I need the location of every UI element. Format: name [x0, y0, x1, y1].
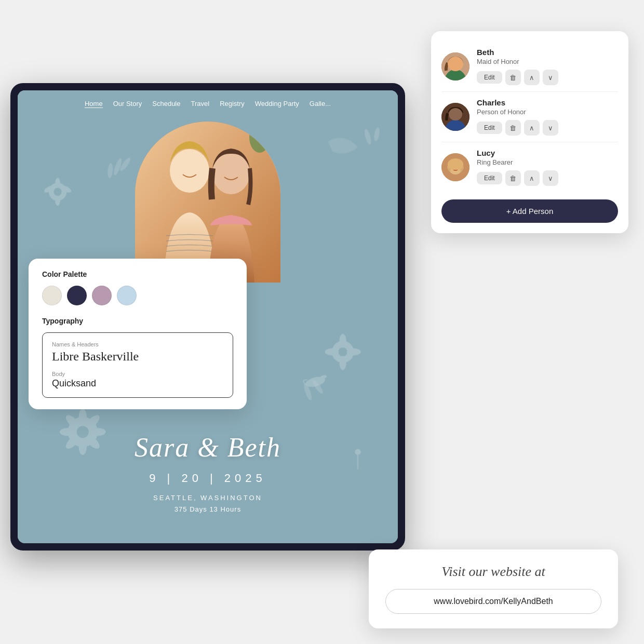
- palette-section-title: Color Palette: [42, 270, 233, 278]
- nav-schedule[interactable]: Schedule: [152, 100, 180, 108]
- svg-point-44: [170, 149, 209, 193]
- nav-registry[interactable]: Registry: [220, 100, 245, 108]
- svg-point-5: [55, 196, 60, 206]
- member-role-beth: Maid of Honor: [477, 58, 618, 65]
- typo-font-name: Libre Baskerville: [52, 350, 223, 364]
- trash-icon: 🗑: [509, 124, 516, 132]
- move-down-lucy-button[interactable]: ∨: [543, 170, 558, 186]
- member-info-lucy: Lucy Ring Bearer Edit 🗑 ∧ ∨: [477, 149, 618, 186]
- delete-beth-button[interactable]: 🗑: [505, 70, 521, 85]
- svg-point-22: [325, 348, 339, 355]
- svg-point-19: [338, 347, 347, 356]
- wedding-date: 9 | 20 | 2025: [18, 472, 398, 485]
- svg-point-10: [79, 409, 87, 425]
- add-person-button[interactable]: + Add Person: [441, 199, 618, 223]
- svg-point-45: [212, 153, 250, 194]
- party-member-beth: Beth Maid of Honor Edit 🗑 ∧ ∨: [441, 42, 618, 92]
- move-up-beth-button[interactable]: ∧: [524, 70, 540, 85]
- nav-wedding-party[interactable]: Wedding Party: [255, 100, 299, 108]
- chevron-down-icon: ∨: [548, 124, 553, 132]
- member-avatar-charles: [441, 103, 469, 131]
- nav-our-story[interactable]: Our Story: [113, 100, 142, 108]
- typo-names-label: Names & Headers: [52, 341, 223, 347]
- party-member-charles: Charles Person of Honor Edit 🗑 ∧ ∨: [441, 92, 618, 142]
- move-down-charles-button[interactable]: ∨: [543, 120, 558, 136]
- svg-point-4: [55, 178, 60, 187]
- svg-point-58: [457, 164, 460, 167]
- member-role-charles: Person of Honor: [477, 108, 618, 116]
- edit-lucy-button[interactable]: Edit: [477, 172, 502, 184]
- palette-color-2[interactable]: [67, 286, 87, 305]
- delete-charles-button[interactable]: 🗑: [505, 120, 521, 136]
- website-url[interactable]: www.lovebird.com/KellyAndBeth: [385, 589, 601, 614]
- nav-home[interactable]: Home: [85, 100, 103, 108]
- couple-names: Sara & Beth: [18, 432, 398, 463]
- member-name-beth: Beth: [477, 48, 618, 57]
- member-avatar-lucy: [441, 153, 469, 181]
- member-info-charles: Charles Person of Honor Edit 🗑 ∧ ∨: [477, 98, 618, 136]
- countdown: 375 Days 13 Hours: [18, 505, 398, 513]
- palette-color-4[interactable]: [117, 286, 137, 305]
- svg-point-23: [347, 348, 361, 355]
- palette-color-3[interactable]: [92, 286, 112, 305]
- trash-icon: 🗑: [509, 74, 516, 82]
- chevron-down-icon: ∨: [548, 74, 553, 82]
- chevron-up-icon: ∧: [529, 74, 534, 82]
- palette-card: Color Palette Typography Names & Headers…: [29, 259, 247, 409]
- visit-text: Visit our website at: [385, 564, 601, 580]
- chevron-up-icon: ∧: [529, 124, 534, 132]
- svg-point-21: [339, 356, 346, 370]
- member-role-lucy: Ring Bearer: [477, 158, 618, 166]
- nav-gallery[interactable]: Galle...: [310, 100, 331, 108]
- party-member-lucy: Lucy Ring Bearer Edit 🗑 ∧ ∨: [441, 142, 618, 192]
- member-actions-lucy: Edit 🗑 ∧ ∨: [477, 170, 618, 186]
- typography-section-title: Typography: [42, 317, 233, 325]
- trash-icon: 🗑: [509, 175, 516, 182]
- svg-point-36: [373, 127, 380, 141]
- svg-point-57: [451, 164, 454, 167]
- svg-point-49: [449, 57, 462, 69]
- move-down-beth-button[interactable]: ∨: [543, 70, 558, 85]
- site-nav: Home Our Story Schedule Travel Registry …: [18, 90, 398, 113]
- member-name-charles: Charles: [477, 98, 618, 107]
- member-actions-beth: Edit 🗑 ∧ ∨: [477, 70, 618, 85]
- svg-point-26: [107, 163, 113, 179]
- typo-body-font: Quicksand: [52, 378, 223, 389]
- typography-box: Names & Headers Libre Baskerville Body Q…: [42, 332, 233, 398]
- member-actions-charles: Edit 🗑 ∧ ∨: [477, 120, 618, 136]
- svg-point-35: [364, 128, 372, 145]
- edit-charles-button[interactable]: Edit: [477, 122, 502, 134]
- member-info-beth: Beth Maid of Honor Edit 🗑 ∧ ∨: [477, 48, 618, 85]
- nav-travel[interactable]: Travel: [191, 100, 209, 108]
- palette-dots: [42, 286, 233, 305]
- palette-color-1[interactable]: [42, 286, 62, 305]
- chevron-up-icon: ∧: [529, 175, 534, 182]
- member-avatar-beth: [441, 52, 469, 81]
- typo-body-label: Body: [52, 371, 223, 377]
- move-up-lucy-button[interactable]: ∧: [524, 170, 540, 186]
- website-card: Visit our website at www.lovebird.com/Ke…: [369, 549, 618, 628]
- chevron-down-icon: ∨: [548, 175, 553, 182]
- wedding-location: SEATTLE, WASHINGTON: [18, 494, 398, 502]
- edit-beth-button[interactable]: Edit: [477, 71, 502, 84]
- member-name-lucy: Lucy: [477, 149, 618, 157]
- svg-point-20: [339, 334, 346, 348]
- svg-point-1: [53, 188, 61, 196]
- party-card: Beth Maid of Honor Edit 🗑 ∧ ∨: [431, 31, 628, 233]
- delete-lucy-button[interactable]: 🗑: [505, 170, 521, 186]
- move-up-charles-button[interactable]: ∧: [524, 120, 540, 136]
